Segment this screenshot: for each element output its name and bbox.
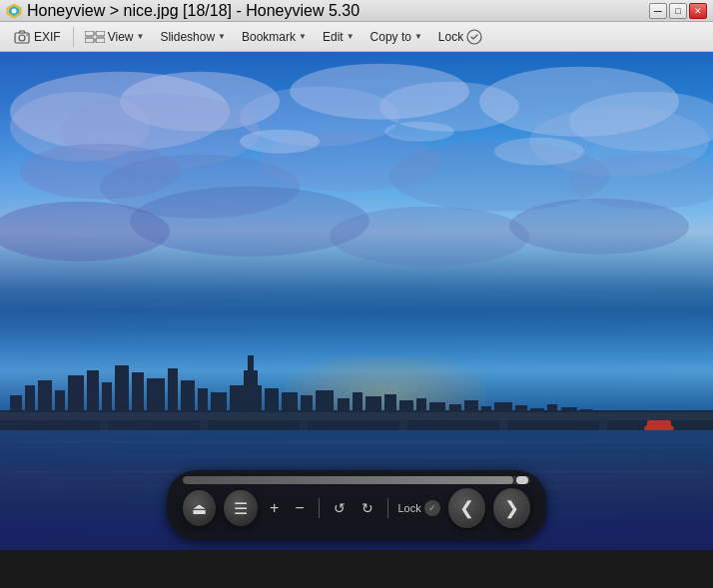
exif-button[interactable]: EXIF bbox=[6, 25, 69, 49]
svg-point-2 bbox=[12, 8, 17, 13]
svg-point-24 bbox=[389, 142, 609, 212]
svg-point-27 bbox=[130, 187, 369, 257]
ctrl-separator bbox=[319, 498, 320, 518]
edit-dropdown-arrow: ▼ bbox=[347, 32, 355, 41]
svg-point-23 bbox=[260, 132, 439, 192]
view-dropdown-arrow: ▼ bbox=[136, 32, 144, 41]
maximize-button[interactable]: □ bbox=[669, 3, 687, 19]
bookmark-dropdown-arrow: ▼ bbox=[299, 32, 307, 41]
svg-point-13 bbox=[120, 72, 280, 132]
rotate-right-button[interactable]: ↻ bbox=[357, 498, 377, 518]
progress-bar[interactable] bbox=[183, 476, 530, 484]
lock-button[interactable]: Lock bbox=[431, 25, 489, 49]
ctrl-separator-2 bbox=[387, 498, 388, 518]
eject-icon: ⏏ bbox=[192, 499, 207, 518]
svg-point-25 bbox=[569, 154, 713, 210]
camera-icon bbox=[14, 30, 30, 44]
edit-label: Edit bbox=[323, 30, 344, 44]
plus-icon: + bbox=[270, 499, 279, 517]
svg-point-16 bbox=[379, 82, 519, 132]
copyto-menu[interactable]: Copy to ▼ bbox=[363, 25, 429, 49]
next-button[interactable]: ❯ bbox=[493, 488, 530, 528]
svg-rect-6 bbox=[85, 31, 94, 36]
separator-1 bbox=[73, 27, 74, 47]
svg-point-32 bbox=[494, 138, 584, 166]
lock-text: Lock bbox=[397, 502, 420, 514]
svg-point-4 bbox=[19, 35, 25, 41]
svg-point-15 bbox=[290, 64, 469, 120]
svg-point-22 bbox=[100, 155, 300, 219]
view-menu[interactable]: View ▼ bbox=[78, 25, 152, 49]
lock-label: Lock bbox=[438, 30, 463, 44]
toolbar: EXIF View ▼ Slideshow ▼ Bookmark ▼ Edit … bbox=[0, 22, 713, 52]
rotate-left-button[interactable]: ↺ bbox=[330, 498, 350, 518]
menu-button[interactable]: ☰ bbox=[224, 490, 257, 526]
slideshow-dropdown-arrow: ▼ bbox=[218, 32, 226, 41]
next-icon: ❯ bbox=[504, 497, 519, 519]
svg-point-26 bbox=[0, 202, 170, 262]
prev-button[interactable]: ❮ bbox=[448, 488, 485, 528]
svg-point-17 bbox=[240, 87, 399, 147]
control-bar: ⏏ ☰ + − ↺ ↻ Lock ✓ bbox=[167, 470, 546, 540]
svg-point-10 bbox=[467, 30, 481, 44]
water-ripple-2 bbox=[0, 455, 713, 458]
svg-rect-80 bbox=[647, 420, 671, 428]
minimize-button[interactable]: ─ bbox=[649, 3, 667, 19]
controls-row: ⏏ ☰ + − ↺ ↻ Lock ✓ bbox=[183, 488, 530, 528]
svg-point-5 bbox=[26, 34, 28, 36]
svg-point-18 bbox=[479, 67, 679, 137]
scene: ⏏ ☰ + − ↺ ↻ Lock ✓ bbox=[0, 52, 713, 550]
slideshow-menu[interactable]: Slideshow ▼ bbox=[153, 25, 233, 49]
window-controls: ─ □ ✕ bbox=[649, 3, 707, 19]
svg-point-28 bbox=[330, 207, 529, 267]
lock-check-control: ✓ bbox=[424, 500, 440, 516]
app-icon bbox=[6, 3, 22, 19]
svg-point-12 bbox=[10, 92, 150, 162]
lock-check-icon bbox=[466, 29, 482, 45]
title-text: Honeyview > nice.jpg [18/18] - Honeyview… bbox=[27, 2, 359, 20]
view-label: View bbox=[108, 30, 134, 44]
slideshow-label: Slideshow bbox=[160, 30, 215, 44]
svg-point-11 bbox=[10, 72, 230, 152]
zoom-in-button[interactable]: + bbox=[266, 497, 283, 519]
clouds-svg bbox=[0, 52, 713, 400]
svg-rect-7 bbox=[96, 31, 105, 36]
svg-point-19 bbox=[569, 92, 713, 152]
edit-menu[interactable]: Edit ▼ bbox=[316, 25, 361, 49]
title-bar: Honeyview > nice.jpg [18/18] - Honeyview… bbox=[0, 0, 713, 22]
svg-rect-72 bbox=[0, 412, 713, 420]
eject-button[interactable]: ⏏ bbox=[183, 490, 216, 526]
prev-icon: ❮ bbox=[459, 497, 474, 519]
svg-point-20 bbox=[529, 107, 709, 177]
exif-label: EXIF bbox=[34, 30, 61, 44]
copyto-label: Copy to bbox=[370, 30, 411, 44]
minus-icon: − bbox=[295, 499, 304, 517]
city-silhouette bbox=[0, 350, 713, 430]
svg-rect-8 bbox=[85, 38, 94, 43]
svg-point-31 bbox=[384, 122, 454, 142]
menu-icon: ☰ bbox=[234, 499, 248, 518]
water-ripple-1 bbox=[0, 440, 713, 443]
bookmark-label: Bookmark bbox=[242, 30, 296, 44]
svg-point-29 bbox=[509, 199, 689, 255]
zoom-out-button[interactable]: − bbox=[291, 497, 308, 519]
svg-point-14 bbox=[60, 94, 260, 170]
svg-point-21 bbox=[20, 144, 180, 200]
svg-point-30 bbox=[240, 130, 320, 154]
bookmark-menu[interactable]: Bookmark ▼ bbox=[235, 25, 314, 49]
progress-bar-fill bbox=[183, 476, 513, 484]
lock-status: Lock ✓ bbox=[397, 500, 439, 516]
progress-thumb bbox=[516, 476, 528, 484]
title-bar-left: Honeyview > nice.jpg [18/18] - Honeyview… bbox=[6, 2, 359, 20]
svg-rect-9 bbox=[96, 38, 105, 43]
view-icon bbox=[85, 31, 105, 43]
close-button[interactable]: ✕ bbox=[689, 3, 707, 19]
image-area: ⏏ ☰ + − ↺ ↻ Lock ✓ bbox=[0, 52, 713, 550]
copyto-dropdown-arrow: ▼ bbox=[414, 32, 422, 41]
